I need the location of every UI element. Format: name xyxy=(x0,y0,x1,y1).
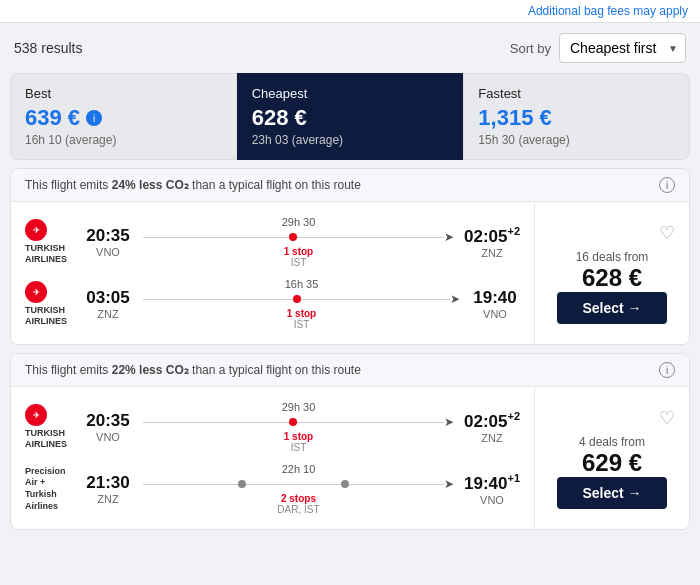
flight-routes-2: ✈ TURKISHAIRLINES 20:35 VNO 29h 30 ➤ xyxy=(11,387,534,529)
tab-cheapest[interactable]: Cheapest 628 € 23h 03 (average) xyxy=(237,73,464,160)
eco-text-1: This flight emits 24% less CO₂ than a ty… xyxy=(25,178,361,192)
route-middle-2a: 29h 30 ➤ 1 stop IST xyxy=(143,401,454,453)
flight-section-1: This flight emits 24% less CO₂ than a ty… xyxy=(10,168,690,345)
heart-icon-2[interactable]: ♡ xyxy=(659,407,675,429)
flight-row-1a: ✈ TURKISHAIRLINES 20:35 VNO 29h 30 ➤ xyxy=(25,216,520,268)
tab-fastest-label: Fastest xyxy=(478,86,675,101)
info-icon-eco-1[interactable]: i xyxy=(659,177,675,193)
price-panel-2: ♡ 4 deals from 629 € Select → xyxy=(534,387,689,529)
results-count: 538 results xyxy=(14,40,82,56)
price-panel-1: ♡ 16 deals from 628 € Select → xyxy=(534,202,689,344)
flight-card-2: ✈ TURKISHAIRLINES 20:35 VNO 29h 30 ➤ xyxy=(11,387,689,529)
airline-icon-1b: ✈ xyxy=(25,281,47,303)
airline-logo-2b: Precision Air +Turkish Airlines xyxy=(25,466,73,513)
bag-fees-text: Additional bag fees may apply xyxy=(528,4,688,18)
dep-time-1a: 20:35 VNO xyxy=(83,226,133,258)
route-middle-1a: 29h 30 ➤ 1 stop IST xyxy=(143,216,454,268)
dep-time-2b: 21:30 ZNZ xyxy=(83,473,133,505)
route-middle-2b: 22h 10 ➤ 2 stops DAR, IST xyxy=(143,463,454,515)
arr-time-1b: 19:40 VNO xyxy=(470,288,520,320)
top-bar: Additional bag fees may apply xyxy=(0,0,700,23)
dep-time-2a: 20:35 VNO xyxy=(83,411,133,443)
dep-time-1b: 03:05 ZNZ xyxy=(83,288,133,320)
sort-select[interactable]: Cheapest first Fastest first Best value xyxy=(559,33,686,63)
airline-logo-1a: ✈ TURKISHAIRLINES xyxy=(25,219,73,265)
eco-bar-1: This flight emits 24% less CO₂ than a ty… xyxy=(11,169,689,202)
tab-best[interactable]: Best 639 € i 16h 10 (average) xyxy=(10,73,237,160)
select-button-2[interactable]: Select → xyxy=(557,477,667,509)
airline-icon-2a: ✈ xyxy=(25,404,47,426)
multi-airline-name-2b: Precision Air +Turkish Airlines xyxy=(25,466,73,513)
price-big-1: 628 € xyxy=(582,264,642,292)
eco-bar-2: This flight emits 22% less CO₂ than a ty… xyxy=(11,354,689,387)
airline-logo-2a: ✈ TURKISHAIRLINES xyxy=(25,404,73,450)
tab-fastest[interactable]: Fastest 1,315 € 15h 30 (average) xyxy=(463,73,690,160)
heart-icon-1[interactable]: ♡ xyxy=(659,222,675,244)
sort-bar: 538 results Sort by Cheapest first Faste… xyxy=(0,23,700,73)
airline-name-1a: TURKISHAIRLINES xyxy=(25,243,67,265)
tab-fastest-price: 1,315 € xyxy=(478,105,551,131)
route-middle-1b: 16h 35 ➤ 1 stop IST xyxy=(143,278,460,330)
tab-cheapest-avg: 23h 03 (average) xyxy=(252,133,449,147)
price-big-2: 629 € xyxy=(582,449,642,477)
sort-label: Sort by xyxy=(510,41,551,56)
info-icon-eco-2[interactable]: i xyxy=(659,362,675,378)
flight-routes-1: ✈ TURKISHAIRLINES 20:35 VNO 29h 30 ➤ xyxy=(11,202,534,344)
arr-time-2a: 02:05+2 ZNZ xyxy=(464,410,520,444)
airline-name-1b: TURKISHAIRLINES xyxy=(25,305,67,327)
flight-row-2a: ✈ TURKISHAIRLINES 20:35 VNO 29h 30 ➤ xyxy=(25,401,520,453)
flight-card-1: ✈ TURKISHAIRLINES 20:35 VNO 29h 30 ➤ xyxy=(11,202,689,344)
eco-text-2: This flight emits 22% less CO₂ than a ty… xyxy=(25,363,361,377)
airline-icon-1a: ✈ xyxy=(25,219,47,241)
tab-best-price: 639 € xyxy=(25,105,80,131)
arr-time-1a: 02:05+2 ZNZ xyxy=(464,225,520,259)
tab-cheapest-label: Cheapest xyxy=(252,86,449,101)
tab-cheapest-price: 628 € xyxy=(252,105,307,131)
deals-text-2: 4 deals from xyxy=(579,435,645,449)
tab-best-avg: 16h 10 (average) xyxy=(25,133,222,147)
tab-best-label: Best xyxy=(25,86,222,101)
flight-row-2b: Precision Air +Turkish Airlines 21:30 ZN… xyxy=(25,463,520,515)
flight-row-1b: ✈ TURKISHAIRLINES 03:05 ZNZ 16h 35 ➤ xyxy=(25,278,520,330)
tabs-row: Best 639 € i 16h 10 (average) Cheapest 6… xyxy=(10,73,690,160)
tab-fastest-avg: 15h 30 (average) xyxy=(478,133,675,147)
deals-text-1: 16 deals from xyxy=(576,250,649,264)
select-button-1[interactable]: Select → xyxy=(557,292,667,324)
airline-logo-1b: ✈ TURKISHAIRLINES xyxy=(25,281,73,327)
airline-name-2a: TURKISHAIRLINES xyxy=(25,428,67,450)
arr-time-2b: 19:40+1 VNO xyxy=(464,472,520,506)
info-icon-best[interactable]: i xyxy=(86,110,102,126)
flight-section-2: This flight emits 22% less CO₂ than a ty… xyxy=(10,353,690,530)
